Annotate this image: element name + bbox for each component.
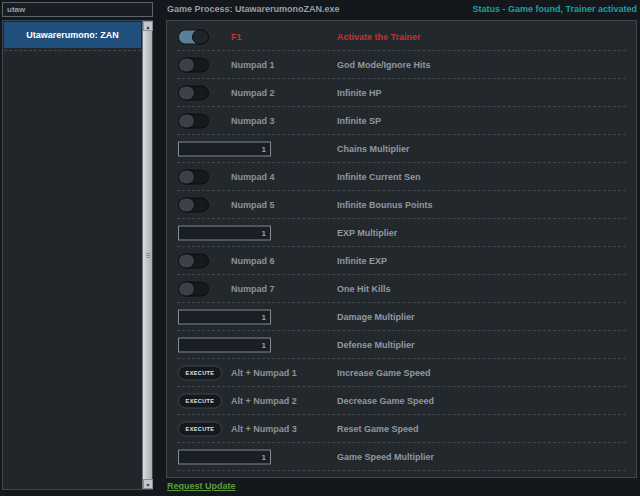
trainer-row: Chains Multiplier (177, 135, 626, 163)
status-text: Status - Game found, Trainer activated (472, 4, 637, 14)
description-label: God Mode/Ignore Hits (337, 60, 431, 70)
description-label: Infinite EXP (337, 256, 387, 266)
scroll-down-icon[interactable]: ▼ (143, 479, 153, 489)
description-label: Infinite Bounus Points (337, 200, 433, 210)
description-label: Infinite SP (337, 116, 381, 126)
hotkey-label: Numpad 4 (231, 172, 275, 182)
trainer-row: Numpad 6Infinite EXP (177, 247, 626, 275)
game-list-item[interactable]: Utawarerumono: ZAN (4, 22, 141, 48)
trainer-row: Numpad 7One Hit Kills (177, 275, 626, 303)
trainer-row: Numpad 1God Mode/Ignore Hits (177, 51, 626, 79)
hotkey-label: Numpad 6 (231, 256, 275, 266)
hotkey-label: Numpad 3 (231, 116, 275, 126)
description-label: Damage Multiplier (337, 312, 415, 322)
trainer-row: EXP Multiplier (177, 219, 626, 247)
trainer-row: Numpad 5Infinite Bounus Points (177, 191, 626, 219)
hotkey-label: Numpad 1 (231, 60, 275, 70)
toggle-switch[interactable] (178, 57, 209, 72)
toggle-knob (178, 85, 195, 100)
game-process-label: Game Process: UtawarerumonoZAN.exe (167, 4, 340, 14)
request-update-link[interactable]: Request Update (167, 481, 236, 491)
hotkey-label: Alt + Numpad 3 (231, 424, 297, 434)
toggle-switch[interactable] (178, 197, 209, 212)
value-input[interactable] (178, 225, 271, 240)
hotkey-label: Numpad 5 (231, 200, 275, 210)
description-label: One Hit Kills (337, 284, 391, 294)
trainer-row: EXECUTEAlt + Numpad 3Reset Game Speed (177, 415, 626, 443)
trainer-window: Utawarerumono: ZAN ▲ ▼ Game Process: Uta… (0, 0, 640, 496)
execute-button[interactable]: EXECUTE (178, 365, 222, 380)
description-label: Activate the Trainer (337, 32, 421, 42)
toggle-knob (178, 113, 195, 128)
value-input[interactable] (178, 449, 271, 464)
execute-button[interactable]: EXECUTE (178, 393, 222, 408)
game-list: Utawarerumono: ZAN ▲ ▼ (2, 20, 153, 490)
options-panel: F1Activate the TrainerNumpad 1God Mode/I… (166, 20, 637, 478)
value-input[interactable] (178, 337, 271, 352)
toggle-knob (178, 169, 195, 184)
trainer-row: Damage Multiplier (177, 303, 626, 331)
value-input[interactable] (178, 141, 271, 156)
toggle-knob (178, 281, 195, 296)
trainer-row: Numpad 3Infinite SP (177, 107, 626, 135)
description-label: Chains Multiplier (337, 144, 410, 154)
game-list-separator (4, 50, 141, 51)
trainer-row: Numpad 4Infinite Current Sen (177, 163, 626, 191)
hotkey-label: Numpad 7 (231, 284, 275, 294)
hotkey-label: Alt + Numpad 1 (231, 368, 297, 378)
search-input[interactable] (2, 2, 153, 17)
description-label: Infinite HP (337, 88, 382, 98)
trainer-row: Defense Multiplier (177, 331, 626, 359)
toggle-knob (192, 29, 209, 44)
scrollbar-grip (146, 255, 150, 256)
toggle-switch[interactable] (178, 169, 209, 184)
hotkey-label: F1 (231, 32, 242, 42)
description-label: Increase Game Speed (337, 368, 431, 378)
game-list-items: Utawarerumono: ZAN (3, 22, 152, 51)
sidebar-scrollbar[interactable]: ▲ ▼ (142, 21, 152, 489)
hotkey-label: Alt + Numpad 2 (231, 396, 297, 406)
description-label: EXP Multiplier (337, 228, 397, 238)
description-label: Defense Multiplier (337, 340, 415, 350)
toggle-knob (178, 57, 195, 72)
toggle-knob (178, 253, 195, 268)
toggle-switch[interactable] (178, 253, 209, 268)
toggle-switch[interactable] (178, 281, 209, 296)
description-label: Game Speed Multiplier (337, 452, 434, 462)
description-label: Reset Game Speed (337, 424, 419, 434)
toggle-knob (178, 197, 195, 212)
toggle-switch[interactable] (178, 113, 209, 128)
toggle-switch[interactable] (178, 85, 209, 100)
description-label: Decrease Game Speed (337, 396, 434, 406)
trainer-row: EXECUTEAlt + Numpad 1Increase Game Speed (177, 359, 626, 387)
trainer-row: F1Activate the Trainer (177, 23, 626, 51)
description-label: Infinite Current Sen (337, 172, 421, 182)
trainer-row: EXECUTEAlt + Numpad 2Decrease Game Speed (177, 387, 626, 415)
trainer-row: Numpad 2Infinite HP (177, 79, 626, 107)
execute-button[interactable]: EXECUTE (178, 421, 222, 436)
scroll-up-icon[interactable]: ▲ (143, 21, 153, 31)
hotkey-label: Numpad 2 (231, 88, 275, 98)
toggle-switch[interactable] (178, 29, 209, 44)
value-input[interactable] (178, 309, 271, 324)
trainer-row: Game Speed Multiplier (177, 443, 626, 471)
